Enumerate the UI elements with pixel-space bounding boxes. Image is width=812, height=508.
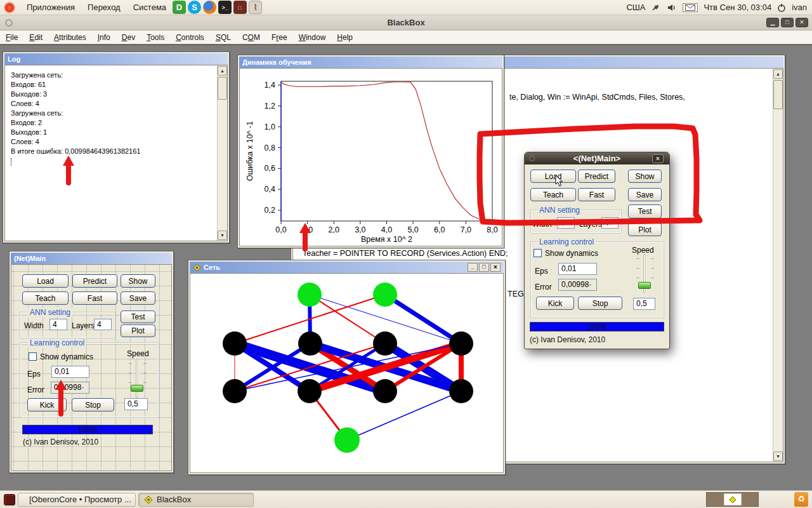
menu-com[interactable]: COM bbox=[237, 32, 266, 43]
scrollbar-thumb[interactable] bbox=[773, 80, 783, 109]
scroll-down-arrow[interactable]: ▼ bbox=[218, 231, 227, 240]
log-window-client[interactable]: Загружена сеть:Входов: 61Выходов: 3Слоев… bbox=[4, 65, 228, 241]
save-button[interactable]: Save bbox=[121, 291, 155, 305]
panel-menu-system[interactable]: Система bbox=[127, 0, 173, 15]
teach-button[interactable]: Teach bbox=[22, 291, 69, 305]
skype-icon[interactable]: S bbox=[188, 1, 201, 14]
log-window-scrollbar[interactable]: ▲ ▼ bbox=[217, 65, 227, 241]
show-button[interactable]: Show bbox=[628, 170, 662, 183]
task-blackbox[interactable]: BlackBox bbox=[138, 493, 254, 507]
plot-button[interactable]: Plot bbox=[121, 324, 155, 337]
close-button[interactable]: ✕ bbox=[652, 154, 664, 163]
scroll-down-arrow[interactable]: ▼ bbox=[773, 451, 783, 461]
load-button[interactable]: Load bbox=[22, 274, 69, 288]
speed-value-field[interactable]: 0,5 bbox=[124, 398, 148, 410]
load-button[interactable]: Load bbox=[530, 170, 576, 183]
scroll-up-arrow[interactable]: ▲ bbox=[773, 69, 783, 79]
task-oberoncore[interactable]: [OberonCore • Просмотр ... bbox=[18, 493, 136, 507]
stop-button[interactable]: Stop bbox=[578, 297, 622, 310]
plot-button[interactable]: Plot bbox=[628, 223, 662, 236]
width-field[interactable]: 4 bbox=[49, 319, 67, 330]
spring-icon[interactable]: ⌇ bbox=[249, 1, 262, 14]
save-button[interactable]: Save bbox=[628, 188, 662, 201]
test-button[interactable]: Test bbox=[628, 204, 662, 218]
username[interactable]: ivan bbox=[792, 3, 807, 12]
power-icon[interactable] bbox=[777, 3, 786, 12]
volume-icon[interactable] bbox=[667, 3, 677, 12]
floating-dialog-titlebar[interactable]: <(Net)Main> ✕ bbox=[525, 152, 669, 164]
close-button[interactable]: ✕ bbox=[796, 18, 808, 27]
eps-field[interactable]: 0,01 bbox=[51, 366, 89, 378]
layers-field[interactable]: 4 bbox=[601, 217, 619, 229]
width-field[interactable]: 4 bbox=[557, 217, 575, 229]
menu-edit[interactable]: Edit bbox=[23, 32, 48, 43]
scroll-up-arrow[interactable]: ▲ bbox=[218, 66, 227, 76]
speed-slider-thumb[interactable] bbox=[131, 385, 143, 392]
minimize-button[interactable]: ▁ bbox=[766, 18, 779, 27]
log-window-titlebar[interactable]: Log bbox=[4, 53, 228, 65]
show-desktop-icon[interactable] bbox=[4, 494, 15, 505]
svg-text:1,4: 1,4 bbox=[265, 81, 275, 90]
network-node-a3 bbox=[373, 331, 397, 356]
network-node-g3 bbox=[334, 427, 360, 453]
bottom-taskbar: [OberonCore • Просмотр ... BlackBox ♻ bbox=[0, 490, 812, 508]
mail-icon[interactable] bbox=[683, 3, 698, 12]
terminal-icon[interactable]: >_ bbox=[218, 1, 232, 14]
maximize-button[interactable]: □ bbox=[479, 263, 489, 272]
menu-attributes[interactable]: Attributes bbox=[48, 32, 92, 43]
keyboard-layout-indicator[interactable]: США bbox=[626, 3, 645, 12]
workspace-cell[interactable] bbox=[724, 493, 742, 505]
teach-button[interactable]: Teach bbox=[530, 188, 576, 201]
speed-slider-thumb[interactable] bbox=[638, 282, 651, 289]
menu-window[interactable]: Window bbox=[293, 32, 332, 43]
red-app-icon[interactable]: :: bbox=[233, 1, 247, 14]
firefox-icon[interactable] bbox=[203, 1, 216, 14]
trash-icon[interactable]: ♻ bbox=[794, 492, 808, 507]
minimize-button[interactable]: _ bbox=[468, 263, 478, 272]
predict-button[interactable]: Predict bbox=[578, 170, 615, 183]
plot-window-titlebar[interactable]: Динамика обучения bbox=[239, 57, 502, 68]
net-window-titlebar[interactable]: Сеть _ □ × bbox=[190, 262, 504, 273]
show-dynamics-checkbox[interactable] bbox=[534, 249, 542, 257]
d-launcher-icon[interactable]: D bbox=[173, 1, 186, 14]
clock[interactable]: Чтв Сен 30, 03:04 bbox=[704, 3, 771, 12]
speed-value-field[interactable]: 0,5 bbox=[633, 298, 655, 310]
speed-slider-track[interactable] bbox=[136, 359, 138, 398]
menu-help[interactable]: Help bbox=[331, 32, 358, 43]
workspace-switcher[interactable] bbox=[706, 492, 759, 507]
eps-field[interactable]: 0,01 bbox=[558, 263, 597, 275]
ubuntu-logo-icon[interactable] bbox=[4, 2, 15, 13]
netmain-titlebar[interactable]: (Net)Main bbox=[11, 253, 172, 264]
panel-menu-applications[interactable]: Приложения bbox=[20, 0, 81, 15]
blackbox-titlebar: BlackBox ▁ □ ✕ bbox=[0, 15, 812, 30]
predict-button[interactable]: Predict bbox=[72, 274, 117, 288]
code-window-scrollbar[interactable]: ▲ ▼ bbox=[773, 69, 783, 462]
learning-control-label: Learning control bbox=[537, 237, 596, 246]
menu-dev[interactable]: Dev bbox=[116, 32, 141, 43]
show-dynamics-checkbox[interactable] bbox=[29, 352, 37, 361]
layers-field[interactable]: 4 bbox=[94, 319, 112, 330]
mouse-cursor bbox=[555, 175, 565, 187]
log-line: Загружена сеть: bbox=[11, 70, 140, 80]
network-plug-icon[interactable] bbox=[651, 3, 661, 12]
plot-window-client: 1,41,21,00,80,60,40,20,01,02,03,04,05,06… bbox=[239, 68, 502, 246]
menu-free[interactable]: Free bbox=[266, 32, 293, 43]
kick-button[interactable]: Kick bbox=[27, 398, 67, 411]
fast-button[interactable]: Fast bbox=[72, 291, 117, 305]
net-window-client bbox=[190, 273, 504, 473]
maximize-button[interactable]: □ bbox=[781, 18, 794, 27]
floating-netmain-dialog: <(Net)Main> ✕ Load Predict Show Teach Fa… bbox=[524, 152, 670, 349]
test-button[interactable]: Test bbox=[121, 311, 155, 323]
kick-button[interactable]: Kick bbox=[536, 297, 574, 310]
menu-controls[interactable]: Controls bbox=[170, 32, 210, 43]
stop-button[interactable]: Stop bbox=[72, 398, 114, 411]
show-button[interactable]: Show bbox=[121, 274, 155, 288]
scrollbar-thumb[interactable] bbox=[218, 77, 227, 100]
menu-info[interactable]: Info bbox=[92, 32, 116, 43]
menu-tools[interactable]: Tools bbox=[141, 32, 170, 43]
menu-sql[interactable]: SQL bbox=[210, 32, 237, 43]
fast-button[interactable]: Fast bbox=[578, 188, 615, 201]
close-button[interactable]: × bbox=[490, 263, 501, 272]
panel-menu-places[interactable]: Переход bbox=[81, 0, 127, 15]
menu-file[interactable]: File bbox=[0, 32, 23, 43]
